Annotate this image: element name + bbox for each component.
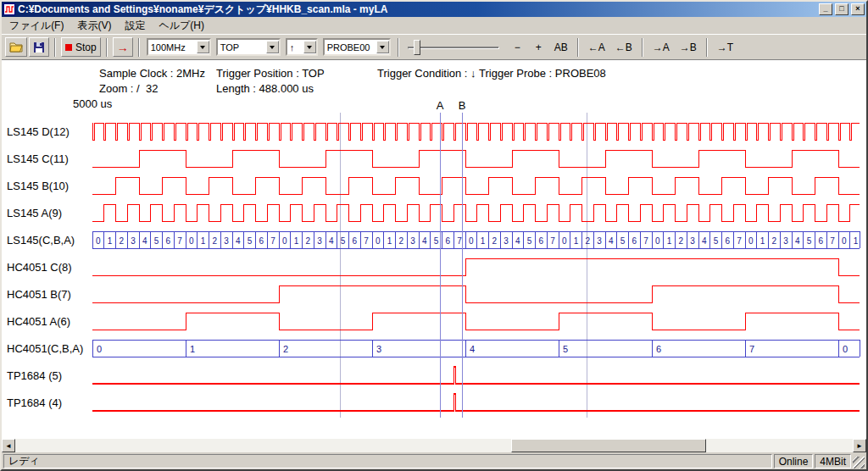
- bus-value-hc4051-bus: 1: [190, 344, 195, 354]
- resize-grip[interactable]: [853, 457, 865, 468]
- set-cursor-a-button[interactable]: →A: [648, 37, 674, 57]
- channel-label-ls145-bus: LS145(C,B,A): [7, 234, 75, 247]
- toolbar-separator: [398, 38, 399, 57]
- bus-value-ls145-bus: 7: [737, 236, 742, 246]
- scrollbar-track[interactable]: [15, 439, 853, 452]
- trigger-position-dropdown[interactable]: TOP: [216, 38, 281, 56]
- zoom-in-button[interactable]: +: [529, 37, 548, 57]
- horizontal-scrollbar[interactable]: ◄ ►: [2, 439, 866, 452]
- status-bar: レディ Online 4MBit: [2, 452, 866, 469]
- bus-value-ls145-bus: 2: [399, 236, 404, 246]
- bus-value-ls145-bus: 6: [353, 236, 358, 246]
- channel-label-hc4051-c: HC4051 C(8): [7, 261, 72, 274]
- scroll-right-icon[interactable]: ►: [853, 439, 866, 452]
- scrollbar-thumb[interactable]: [511, 439, 706, 452]
- trigger-position-value: TOP: [218, 42, 266, 53]
- bus-value-ls145-bus: 7: [270, 236, 275, 246]
- zoom-slider-thumb[interactable]: [414, 40, 420, 55]
- bus-value-ls145-bus: 1: [760, 236, 765, 246]
- waveform-canvas[interactable]: LS145 D(12)LS145 C(11)LS145 B(10)LS145 A…: [2, 60, 866, 439]
- open-button[interactable]: [5, 37, 27, 57]
- bus-value-ls145-bus: 1: [294, 236, 299, 246]
- goto-cursor-a-button[interactable]: ←A: [584, 37, 609, 57]
- zoom-slider[interactable]: [408, 38, 499, 57]
- chevron-down-icon[interactable]: [303, 41, 316, 53]
- run-button[interactable]: →: [113, 37, 133, 57]
- bus-value-ls145-bus: 3: [690, 236, 695, 246]
- toolbar-separator: [54, 38, 56, 57]
- toolbar-separator: [138, 38, 140, 57]
- chevron-down-icon[interactable]: [376, 41, 389, 53]
- trigger-probe-dropdown[interactable]: PROBE00: [323, 38, 391, 56]
- bus-value-ls145-bus: 2: [586, 236, 591, 246]
- toolbar: Stop → 100MHz TOP ↑ PROBE00 − + AB: [2, 34, 866, 59]
- waveform-hc4051-a: [92, 313, 860, 330]
- maximize-button[interactable]: □: [835, 3, 849, 15]
- bus-value-hc4051-bus: 0: [97, 344, 102, 354]
- run-arrow-icon: →: [117, 41, 129, 54]
- channel-label-ls145-b: LS145 B(10): [7, 180, 69, 192]
- window-title: C:¥Documents and Settings¥noname¥デスクトップ¥…: [18, 3, 816, 17]
- bus-value-ls145-bus: 7: [830, 236, 835, 246]
- close-button[interactable]: ×: [851, 3, 865, 15]
- bus-value-ls145-bus: 1: [574, 236, 579, 246]
- channel-label-tp1684-5: TP1684 (5): [7, 369, 62, 382]
- bus-value-ls145-bus: 2: [492, 236, 498, 246]
- bus-value-hc4051-bus: 0: [843, 344, 848, 354]
- trigger-edge-dropdown[interactable]: ↑: [286, 38, 318, 56]
- title-bar: C:¥Documents and Settings¥noname¥デスクトップ¥…: [2, 2, 866, 17]
- bus-value-ls145-bus: 7: [364, 236, 369, 246]
- bus-value-ls145-bus: 5: [714, 236, 719, 246]
- scroll-left-icon[interactable]: ◄: [2, 439, 15, 452]
- bus-value-ls145-bus: 5: [620, 236, 626, 246]
- waveform-tp1684-5: [92, 367, 860, 384]
- menu-view[interactable]: 表示(V): [70, 17, 118, 35]
- bus-value-ls145-bus: 3: [410, 236, 415, 246]
- menu-file[interactable]: ファイル(F): [3, 17, 70, 35]
- chevron-down-icon[interactable]: [266, 41, 279, 53]
- bus-value-ls145-bus: 1: [387, 236, 392, 246]
- menu-settings[interactable]: 設定: [118, 17, 152, 35]
- goto-cursor-b-button[interactable]: ←B: [611, 37, 637, 57]
- channel-label-hc4051-b: HC4051 B(7): [7, 288, 71, 301]
- waveform-area: Sample Clock : 2MHz Trigger Position : T…: [2, 59, 866, 439]
- bus-value-hc4051-bus: 5: [563, 344, 568, 354]
- menu-help[interactable]: ヘルプ(H): [152, 17, 211, 35]
- sample-clock-dropdown[interactable]: 100MHz: [147, 38, 211, 56]
- bus-value-ls145-bus: 4: [609, 236, 614, 246]
- bus-value-hc4051-bus: 4: [470, 344, 475, 354]
- channel-label-ls145-a: LS145 A(9): [7, 207, 62, 219]
- trigger-probe-value: PROBE00: [325, 42, 376, 53]
- menu-bar: ファイル(F) 表示(V) 設定 ヘルプ(H): [2, 17, 866, 34]
- stop-button[interactable]: Stop: [61, 37, 101, 57]
- bus-value-ls145-bus: 3: [783, 236, 788, 246]
- goto-trigger-button[interactable]: →T: [713, 37, 737, 57]
- stop-icon: [65, 44, 72, 51]
- save-button[interactable]: [29, 37, 49, 57]
- zoom-out-button[interactable]: −: [508, 37, 527, 57]
- ab-span-button[interactable]: AB: [550, 37, 572, 57]
- app-window: C:¥Documents and Settings¥noname¥デスクトップ¥…: [0, 0, 868, 471]
- bus-value-ls145-bus: 6: [632, 236, 637, 246]
- status-message: レディ: [3, 454, 772, 468]
- set-cursor-b-button[interactable]: →B: [676, 37, 701, 57]
- bus-value-ls145-bus: 3: [597, 236, 602, 246]
- bus-value-ls145-bus: 0: [96, 236, 101, 246]
- bus-value-ls145-bus: 5: [807, 236, 812, 246]
- trigger-edge-value: ↑: [287, 42, 303, 53]
- toolbar-separator: [706, 38, 708, 57]
- bus-value-ls145-bus: 0: [562, 236, 567, 246]
- bus-value-ls145-bus: 3: [504, 236, 509, 246]
- channel-label-ls145-c: LS145 C(11): [7, 152, 69, 165]
- bus-value-ls145-bus: 0: [469, 236, 474, 246]
- waveform-hc4051-c: [92, 258, 860, 275]
- bus-value-ls145-bus: 7: [643, 236, 648, 246]
- bus-value-ls145-bus: 3: [317, 236, 322, 246]
- bus-value-hc4051-bus: 6: [656, 344, 661, 354]
- bus-value-ls145-bus: 2: [306, 236, 311, 246]
- chevron-down-icon[interactable]: [197, 41, 209, 53]
- bus-value-ls145-bus: 0: [376, 236, 381, 246]
- bus-value-ls145-bus: 1: [108, 236, 113, 246]
- minimize-button[interactable]: _: [819, 3, 832, 15]
- bus-value-ls145-bus: 1: [854, 236, 859, 246]
